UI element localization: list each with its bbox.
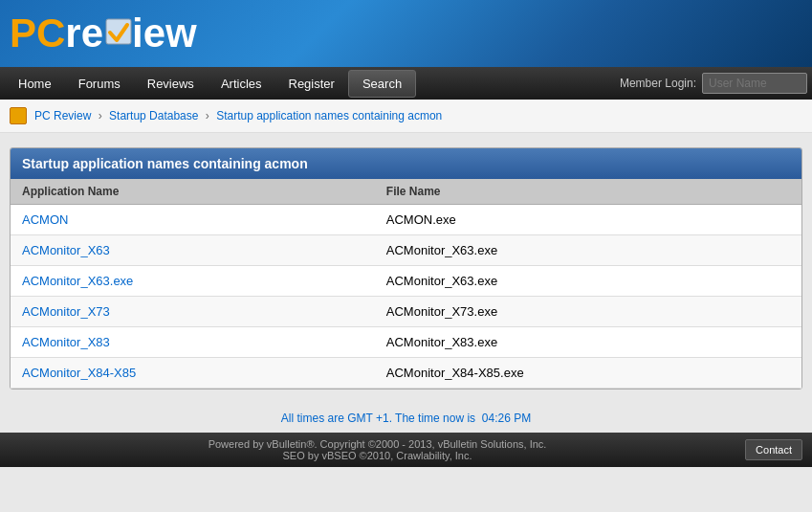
footer-time: All times are GMT +1. The time now is 04…: [0, 404, 812, 433]
table-body: ACMON ACMON.exeACMonitor_X63ACMonitor_X6…: [11, 205, 801, 389]
table-row: ACMonitor_X83ACMonitor_X83.exe: [11, 327, 801, 358]
breadcrumb: PC Review › Startup Database › Startup a…: [0, 100, 812, 133]
footer-links: Powered by vBulletin®. Copyright ©2000 -…: [10, 438, 745, 461]
nav-search[interactable]: Search: [348, 70, 416, 98]
table-row: ACMonitor_X63ACMonitor_X63.exe: [11, 235, 801, 266]
col-file-name: File Name: [375, 179, 801, 205]
nav-home[interactable]: Home: [5, 71, 65, 97]
main-navigation: Home Forums Reviews Articles Register Se…: [0, 67, 812, 100]
cell-app-name: ACMonitor_X73: [11, 297, 375, 327]
logo-pc: PC: [10, 11, 65, 56]
username-input[interactable]: [702, 73, 807, 94]
table-row: ACMonitor_X73ACMonitor_X73.exe: [11, 297, 801, 327]
cell-file-name: ACMonitor_X83.exe: [375, 327, 801, 358]
footer-main: Powered by vBulletin®. Copyright ©2000 -…: [0, 433, 812, 467]
nav-items: Home Forums Reviews Articles Register Se…: [5, 70, 620, 98]
member-login-label: Member Login:: [620, 77, 696, 90]
app-name-link[interactable]: ACMonitor_X63: [22, 243, 110, 257]
footer-timezone-text: All times are GMT +1. The time now is: [281, 412, 475, 425]
footer-seo: SEO by vBSEO ©2010, Crawlability, Inc.: [10, 450, 745, 461]
cell-file-name: ACMonitor_X63.exe: [375, 235, 801, 266]
breadcrumb-icon: [10, 107, 27, 124]
table-header-row: Application Name File Name: [11, 179, 801, 205]
breadcrumb-sep-2: ›: [206, 109, 209, 122]
breadcrumb-sep-1: ›: [99, 109, 102, 122]
cell-file-name: ACMonitor_X73.exe: [375, 297, 801, 327]
cell-file-name: ACMonitor_X84-X85.exe: [375, 358, 801, 389]
col-app-name: Application Name: [11, 179, 375, 205]
cell-file-name: ACMON.exe: [375, 205, 801, 235]
cell-app-name: ACMON: [11, 205, 375, 235]
nav-forums[interactable]: Forums: [65, 71, 134, 97]
site-header: PCre iew: [0, 0, 812, 67]
app-name-link[interactable]: ACMonitor_X83: [22, 335, 110, 349]
table-row: ACMON ACMON.exe: [11, 205, 801, 235]
member-login-section: Member Login:: [620, 73, 807, 94]
cell-app-name: ACMonitor_X83: [11, 327, 375, 358]
results-table: Application Name File Name ACMON ACMON.e…: [11, 179, 801, 389]
table-row: ACMonitor_X63.exeACMonitor_X63.exe: [11, 266, 801, 297]
breadcrumb-pcreview[interactable]: PC Review: [34, 109, 91, 122]
nav-register[interactable]: Register: [275, 71, 348, 97]
main-content: Startup application names containing acm…: [0, 133, 812, 404]
results-container: Startup application names containing acm…: [10, 147, 802, 390]
app-name-link[interactable]: ACMON: [22, 212, 68, 227]
breadcrumb-startup-db[interactable]: Startup Database: [109, 109, 198, 122]
breadcrumb-text: PC Review › Startup Database › Startup a…: [34, 109, 442, 122]
table-row: ACMonitor_X84-X85ACMonitor_X84-X85.exe: [11, 358, 801, 389]
logo-iew: iew: [132, 11, 197, 56]
app-name-link[interactable]: ACMonitor_X73: [22, 304, 110, 319]
breadcrumb-current[interactable]: Startup application names containing acm…: [216, 109, 442, 122]
site-logo[interactable]: PCre iew: [10, 11, 197, 56]
cell-app-name: ACMonitor_X63: [11, 235, 375, 266]
contact-link[interactable]: Contact: [745, 439, 802, 460]
cell-app-name: ACMonitor_X84-X85: [11, 358, 375, 389]
logo-re: re: [65, 11, 103, 56]
footer-powered-by: Powered by vBulletin®. Copyright ©2000 -…: [10, 438, 745, 450]
logo-checkmark-icon: [104, 11, 131, 37]
cell-app-name: ACMonitor_X63.exe: [11, 266, 375, 297]
nav-articles[interactable]: Articles: [208, 71, 275, 97]
nav-reviews[interactable]: Reviews: [134, 71, 208, 97]
table-head: Application Name File Name: [11, 179, 801, 205]
table-title: Startup application names containing acm…: [11, 148, 801, 179]
footer-time-value: 04:26 PM: [482, 412, 531, 425]
app-name-link[interactable]: ACMonitor_X84-X85: [22, 366, 136, 380]
app-name-link[interactable]: ACMonitor_X63.exe: [22, 274, 133, 288]
cell-file-name: ACMonitor_X63.exe: [375, 266, 801, 297]
